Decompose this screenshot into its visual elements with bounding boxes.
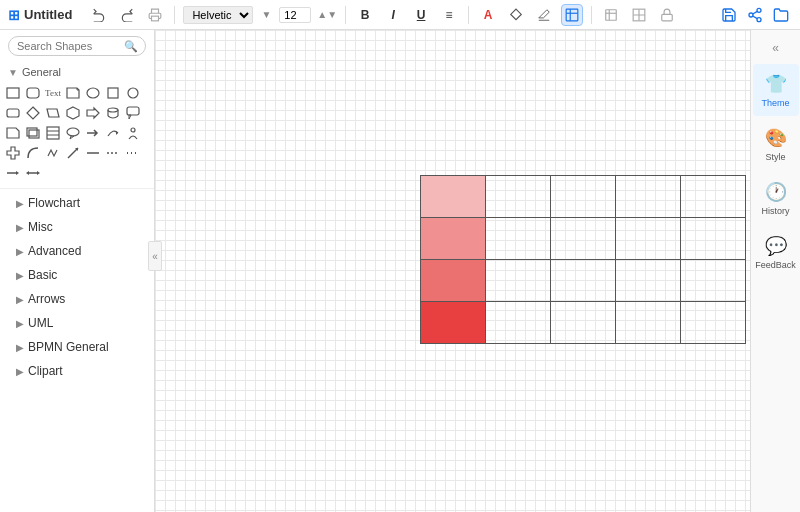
bold-button[interactable]: B	[354, 4, 376, 26]
share-button[interactable]	[744, 4, 766, 26]
svg-marker-48	[26, 171, 29, 175]
lock-button[interactable]	[656, 4, 678, 26]
text-color-button[interactable]: A	[477, 4, 499, 26]
font-select[interactable]: Helvetica	[183, 6, 253, 24]
table-cell[interactable]	[486, 302, 551, 344]
table-cell[interactable]	[421, 302, 486, 344]
category-uml[interactable]: ▶ UML	[0, 311, 154, 335]
shape-text[interactable]: Text	[44, 84, 62, 102]
shape-cylinder[interactable]	[104, 104, 122, 122]
shape-double-arrow[interactable]	[24, 164, 42, 182]
print-button[interactable]	[144, 4, 166, 26]
shape-zigzag-arrow[interactable]	[44, 144, 62, 162]
category-clipart[interactable]: ▶ Clipart	[0, 359, 154, 383]
history-button[interactable]: 🕐 History	[753, 172, 799, 224]
table-cell[interactable]	[551, 176, 616, 218]
right-panel: « 👕 Theme 🎨 Style 🕐 History 💬 FeedBack	[750, 30, 800, 512]
undo-button[interactable]	[88, 4, 110, 26]
table-cell[interactable]	[681, 176, 746, 218]
shape-rect[interactable]	[4, 84, 22, 102]
shape-rect2[interactable]	[24, 124, 42, 142]
shape-circle[interactable]	[124, 84, 142, 102]
folder-button[interactable]	[770, 4, 792, 26]
feedback-button[interactable]: 💬 FeedBack	[753, 226, 799, 278]
collapse-right-button[interactable]: «	[762, 38, 790, 58]
shape-diagonal-arrow[interactable]	[64, 144, 82, 162]
table-style-button[interactable]	[561, 4, 583, 26]
svg-marker-24	[87, 108, 99, 118]
flowchart-chevron: ▶	[16, 198, 24, 209]
extra1-button[interactable]	[600, 4, 622, 26]
canvas-table[interactable]	[420, 175, 746, 344]
fill-color-button[interactable]	[505, 4, 527, 26]
shape-arrow-line[interactable]	[4, 164, 22, 182]
table-cell[interactable]	[486, 218, 551, 260]
style-button[interactable]: 🎨 Style	[753, 118, 799, 170]
table-cell[interactable]	[681, 260, 746, 302]
category-bpmn[interactable]: ▶ BPMN General	[0, 335, 154, 359]
table-cell[interactable]	[551, 218, 616, 260]
advanced-chevron: ▶	[16, 246, 24, 257]
table-cell[interactable]	[551, 302, 616, 344]
theme-button[interactable]: 👕 Theme	[753, 64, 799, 116]
separator1	[174, 6, 175, 24]
svg-point-25	[108, 108, 118, 112]
svg-rect-5	[606, 9, 617, 20]
app-icon: ⊞	[8, 7, 20, 23]
redo-button[interactable]	[116, 4, 138, 26]
topbar: ⊞ Untitled Helvetica ▼ ▲▼ B I U ≡ A	[0, 0, 800, 30]
table-cell[interactable]	[616, 218, 681, 260]
collapse-left-button[interactable]: «	[148, 241, 162, 271]
table-cell[interactable]	[486, 260, 551, 302]
table-cell[interactable]	[486, 176, 551, 218]
table-cell[interactable]	[421, 218, 486, 260]
shape-rect-rounded2[interactable]	[4, 104, 22, 122]
table-cell[interactable]	[616, 260, 681, 302]
align-button[interactable]: ≡	[438, 4, 460, 26]
shape-docs[interactable]	[4, 124, 22, 142]
shape-rounded-rect[interactable]	[24, 84, 42, 102]
category-basic[interactable]: ▶ Basic	[0, 263, 154, 287]
separator3	[468, 6, 469, 24]
table-cell[interactable]	[616, 302, 681, 344]
shape-person[interactable]	[124, 124, 142, 142]
shape-square[interactable]	[104, 84, 122, 102]
shape-speech[interactable]	[64, 124, 82, 142]
table-cell[interactable]	[421, 176, 486, 218]
table-cell[interactable]	[421, 260, 486, 302]
shape-cross[interactable]	[4, 144, 22, 162]
shape-callout[interactable]	[124, 104, 142, 122]
general-label: General	[22, 66, 61, 78]
shape-diamond[interactable]	[24, 104, 42, 122]
shape-list[interactable]	[44, 124, 62, 142]
canvas-area[interactable]	[155, 30, 750, 512]
table-cell[interactable]	[616, 176, 681, 218]
table-cell[interactable]	[681, 302, 746, 344]
category-arrows[interactable]: ▶ Arrows	[0, 287, 154, 311]
general-group-header[interactable]: ▼ General	[0, 62, 154, 82]
font-size-input[interactable]	[279, 7, 311, 23]
italic-button[interactable]: I	[382, 4, 404, 26]
extra2-button[interactable]	[628, 4, 650, 26]
general-chevron: ▼	[8, 67, 18, 78]
shape-curved-arrow[interactable]	[104, 124, 122, 142]
category-flowchart[interactable]: ▶ Flowchart	[0, 191, 154, 215]
table-cell[interactable]	[681, 218, 746, 260]
shape-ellipse[interactable]	[84, 84, 102, 102]
basic-label: Basic	[28, 268, 57, 282]
category-misc[interactable]: ▶ Misc	[0, 215, 154, 239]
shape-hexagon[interactable]	[64, 104, 82, 122]
shape-arrow-right[interactable]	[84, 104, 102, 122]
shape-dotted-line[interactable]	[124, 144, 142, 162]
underline-button[interactable]: U	[410, 4, 432, 26]
shape-curved[interactable]	[24, 144, 42, 162]
table-cell[interactable]	[551, 260, 616, 302]
stroke-color-button[interactable]	[533, 4, 555, 26]
shape-parallelogram[interactable]	[44, 104, 62, 122]
shape-solid-line[interactable]	[84, 144, 102, 162]
save-button[interactable]	[718, 4, 740, 26]
category-advanced[interactable]: ▶ Advanced	[0, 239, 154, 263]
shape-dashed-line[interactable]	[104, 144, 122, 162]
shape-arrow2[interactable]	[84, 124, 102, 142]
shape-note[interactable]	[64, 84, 82, 102]
